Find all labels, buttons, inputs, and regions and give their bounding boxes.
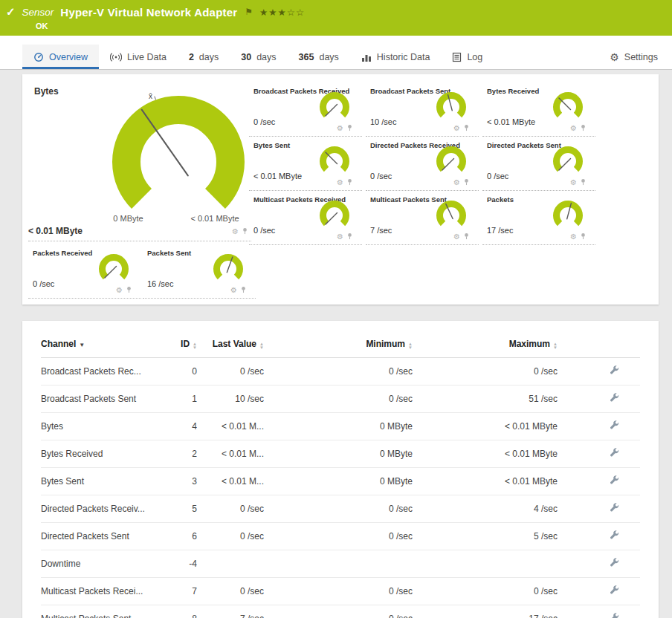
tab-historic-data[interactable]: Historic Data <box>350 45 442 69</box>
channel-settings-icon[interactable] <box>610 448 619 458</box>
cell-channel: Multicast Packets Sent <box>41 605 160 618</box>
tab-strip: OverviewLive Data2days30days365daysHisto… <box>0 36 672 70</box>
cell-minimum <box>264 550 413 578</box>
channel-row-bytes[interactable]: Bytes4< 0.01 M...0 MByte< 0.01 MByte <box>41 413 640 440</box>
channel-settings-icon[interactable] <box>610 365 619 375</box>
pin-icon[interactable] <box>463 124 470 133</box>
cell-last-value: 0 /sec <box>197 495 264 523</box>
gear-icon[interactable]: ⚙ <box>453 125 460 132</box>
sort-icon[interactable]: ▲▼ <box>408 342 413 350</box>
mini-gauge-title: Packets Sent <box>147 249 191 257</box>
gear-icon[interactable]: ⚙ <box>337 233 343 241</box>
mini-gauge-actions: ⚙ <box>337 232 353 241</box>
channel-settings-icon[interactable] <box>610 420 619 430</box>
gear-icon[interactable]: ⚙ <box>570 125 577 132</box>
cell-maximum: < 0.01 MByte <box>413 413 558 440</box>
flag-icon[interactable]: ⚑ <box>245 7 253 17</box>
tab-live-data[interactable]: Live Data <box>99 45 178 69</box>
cell-minimum: 0 /sec <box>264 523 413 550</box>
tab-label: Live Data <box>127 52 167 62</box>
cell-maximum: 5 /sec <box>413 523 558 550</box>
cell-last-value: < 0.01 M... <box>197 440 264 468</box>
mini-gauge-value: 0 /sec <box>253 226 275 235</box>
channel-row-downtime[interactable]: Downtime-4 <box>41 550 640 578</box>
column-header-minimum[interactable]: Minimum▲▼ <box>264 339 413 358</box>
channel-row-bytes-received[interactable]: Bytes Received2< 0.01 M...0 MByte< 0.01 … <box>41 440 640 468</box>
column-header-channel[interactable]: Channel▼ <box>41 339 160 358</box>
channel-row-multicast-packets-recei[interactable]: Multicast Packets Recei...70 /sec0 /sec0… <box>41 578 640 605</box>
channel-settings-icon[interactable] <box>610 585 619 595</box>
mini-gauge-value: < 0.01 MByte <box>253 172 302 180</box>
cell-id: -4 <box>160 550 197 578</box>
gear-icon[interactable]: ⚙ <box>570 233 577 241</box>
channel-settings-icon[interactable] <box>610 558 619 567</box>
channel-row-directed-packets-sent[interactable]: Directed Packets Sent60 /sec0 /sec5 /sec <box>41 523 640 550</box>
channel-row-multicast-packets-sent[interactable]: Multicast Packets Sent87 /sec0 /sec17 /s… <box>41 605 640 618</box>
tab-label: days <box>256 52 276 62</box>
pin-icon[interactable] <box>346 232 353 241</box>
pin-icon[interactable] <box>580 232 587 241</box>
sort-desc-icon[interactable]: ▼ <box>79 342 85 348</box>
cell-channel: Directed Packets Receiv... <box>41 495 160 523</box>
pin-icon[interactable] <box>126 286 132 295</box>
cell-id: 8 <box>160 605 197 618</box>
pin-icon[interactable] <box>346 124 353 133</box>
small-gauges-grid: Broadcast Packets Received0 /sec⚙Broadca… <box>249 83 595 246</box>
cell-maximum <box>413 550 558 578</box>
tab-overview[interactable]: Overview <box>22 45 99 69</box>
column-header-maximum[interactable]: Maximum▲▼ <box>413 339 558 358</box>
channel-row-bytes-sent[interactable]: Bytes Sent3< 0.01 M...0 MByte< 0.01 MByt… <box>41 468 640 495</box>
cell-minimum: 0 /sec <box>264 605 413 618</box>
cell-maximum: 17 /sec <box>413 605 558 618</box>
cell-channel: Bytes <box>41 413 160 440</box>
column-header-id[interactable]: ID▲▼ <box>160 339 197 358</box>
mini-gauge-actions: ⚙ <box>570 232 587 241</box>
tab-365-days[interactable]: 365days <box>288 45 350 69</box>
channel-settings-icon[interactable] <box>610 393 619 403</box>
channel-row-directed-packets-receiv[interactable]: Directed Packets Receiv...50 /sec0 /sec4… <box>41 495 640 523</box>
gear-icon[interactable]: ⚙ <box>453 233 460 241</box>
tab-settings[interactable]: ⚙Settings <box>598 45 669 69</box>
tab-log[interactable]: Log <box>441 45 494 69</box>
mini-gauge-title: Packets <box>487 195 514 204</box>
gear-icon[interactable]: ⚙ <box>570 179 577 186</box>
pin-icon[interactable] <box>463 232 470 241</box>
sort-icon[interactable]: ▲▼ <box>553 342 558 350</box>
pin-icon[interactable] <box>346 178 353 187</box>
mini-gauge-broadcast-packets-received: Broadcast Packets Received0 /sec⚙ <box>249 83 362 137</box>
channel-settings-icon[interactable] <box>610 530 619 540</box>
gear-icon[interactable]: ⚙ <box>453 179 460 186</box>
tab-2-days[interactable]: 2days <box>178 45 230 69</box>
gear-icon[interactable]: ⚙ <box>232 228 239 235</box>
gear-icon[interactable]: ⚙ <box>337 125 343 132</box>
mini-gauge-value: < 0.01 MByte <box>487 117 535 126</box>
channel-row-broadcast-packets-sent[interactable]: Broadcast Packets Sent110 /sec0 /sec51 /… <box>41 386 640 413</box>
tab-label: days <box>319 52 338 62</box>
mini-gauge-multicast-packets-received: Multicast Packets Received0 /sec⚙ <box>249 192 362 245</box>
channel-settings-icon[interactable] <box>610 475 619 485</box>
pin-icon[interactable] <box>580 178 587 187</box>
column-header-last-value[interactable]: Last Value▲▼ <box>197 339 264 358</box>
cell-channel: Directed Packets Sent <box>41 523 160 550</box>
mini-gauge-packets-received: Packets Received0 /sec⚙ <box>28 245 141 299</box>
divider <box>28 241 251 241</box>
overview-icon <box>33 52 44 62</box>
channel-settings-icon[interactable] <box>610 503 619 513</box>
pin-icon[interactable] <box>240 286 247 295</box>
gear-icon[interactable]: ⚙ <box>337 179 343 186</box>
tab-30-days[interactable]: 30days <box>230 45 287 69</box>
pin-icon[interactable] <box>580 124 587 133</box>
channel-row-broadcast-packets-rec[interactable]: Broadcast Packets Rec...00 /sec0 /sec0 /… <box>41 358 640 386</box>
tab-label: Settings <box>624 52 658 62</box>
gear-icon[interactable]: ⚙ <box>116 287 123 294</box>
gear-icon[interactable]: ⚙ <box>230 287 237 294</box>
sort-icon[interactable]: ▲▼ <box>259 342 264 350</box>
historic-data-icon <box>361 52 372 62</box>
sort-icon[interactable]: ▲▼ <box>193 342 197 350</box>
gauges-panel: Bytes x̄ 0 MByte < 0.01 MByte < 0.01 MBy… <box>22 74 659 305</box>
priority-stars[interactable]: ★★★☆☆ <box>259 7 305 18</box>
tab-number: 2 <box>189 52 194 62</box>
channel-settings-icon[interactable] <box>610 613 619 618</box>
pin-icon[interactable] <box>242 227 248 236</box>
pin-icon[interactable] <box>463 178 470 187</box>
